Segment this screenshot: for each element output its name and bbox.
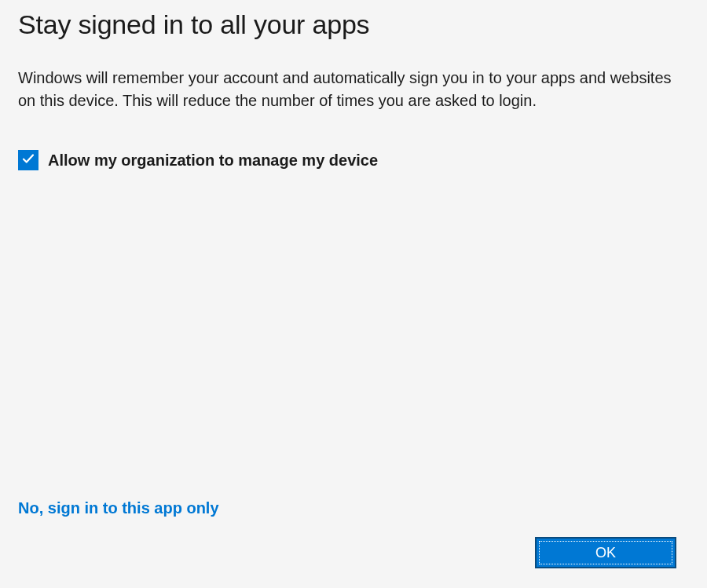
allow-manage-device-label[interactable]: Allow my organization to manage my devic… bbox=[48, 152, 378, 170]
ok-button[interactable]: OK bbox=[537, 539, 675, 567]
description-text: Windows will remember your account and a… bbox=[18, 67, 682, 112]
sign-in-app-only-link[interactable]: No, sign in to this app only bbox=[18, 499, 219, 517]
checkmark-icon bbox=[21, 152, 35, 169]
page-title: Stay signed in to all your apps bbox=[18, 9, 689, 40]
allow-manage-device-checkbox[interactable] bbox=[18, 150, 38, 170]
allow-manage-device-row[interactable]: Allow my organization to manage my devic… bbox=[18, 150, 689, 170]
